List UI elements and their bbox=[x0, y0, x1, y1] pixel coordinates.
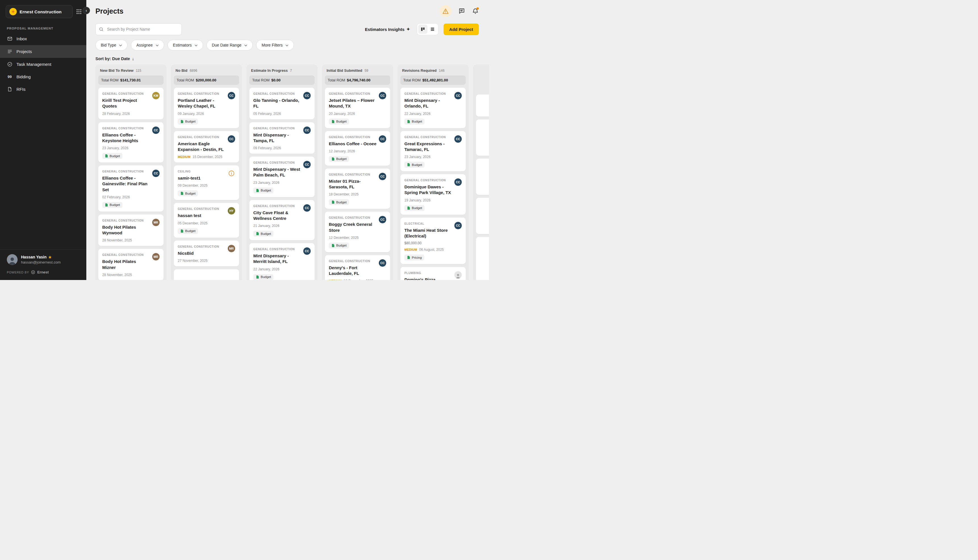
sidebar-item-rfis[interactable]: RFIs bbox=[0, 83, 86, 96]
document-icon bbox=[256, 232, 259, 235]
warning-triangle-icon bbox=[443, 8, 449, 14]
sidebar-item-projects[interactable]: Projects bbox=[0, 45, 86, 58]
project-card[interactable]: GENERAL CONSTRUCTIONBody Hot Pilates Wyn… bbox=[98, 215, 164, 246]
project-card[interactable]: PLUMBINGDomino's Pizza (buildout) - bbox=[400, 267, 466, 280]
tag-budget: Budget bbox=[102, 153, 122, 159]
tag-budget: Budget bbox=[253, 231, 274, 237]
assignee-avatar: MR bbox=[152, 253, 160, 260]
project-card[interactable]: GENERAL CONSTRUCTIONGlo Tanning - Orland… bbox=[249, 88, 314, 120]
card-meta: 19 January, 2026 bbox=[405, 198, 452, 202]
notifications-bell-icon[interactable] bbox=[472, 8, 479, 15]
project-card[interactable]: GENERAL CONSTRUCTIONAmerican Eagle Expan… bbox=[174, 131, 239, 163]
filter-estimators[interactable]: Estimators bbox=[167, 40, 203, 50]
alerts-button[interactable] bbox=[440, 5, 451, 17]
sidebar-item-task-management[interactable]: Task Management bbox=[0, 58, 86, 71]
tag-label: Budget bbox=[185, 229, 196, 233]
card-meta: 23 January, 2026 bbox=[405, 155, 452, 159]
project-card[interactable]: GENERAL CONSTRUCTIONPortland Leather - W… bbox=[174, 88, 239, 128]
card-main: GENERAL CONSTRUCTIONJetset Pilates – Flo… bbox=[329, 92, 376, 125]
project-card[interactable] bbox=[476, 198, 489, 234]
card-trade-label: GENERAL CONSTRUCTION bbox=[178, 244, 226, 248]
total-rom: Total ROM$0.00 bbox=[249, 75, 314, 85]
card-title: Mister 01 Pizza- Sarasota, FL bbox=[329, 178, 376, 190]
project-card[interactable]: GENERAL CONSTRUCTIONNicsBid27 November, … bbox=[174, 240, 239, 267]
tag-label: Budget bbox=[336, 200, 346, 204]
project-card[interactable]: GENERAL CONSTRUCTIONMint Dispensary - Or… bbox=[400, 88, 466, 128]
project-card[interactable] bbox=[476, 95, 489, 117]
user-name: Hassan Yasin bbox=[21, 255, 47, 259]
card-meta: 22 January, 2026 bbox=[253, 267, 301, 271]
project-card[interactable]: GENERAL CONSTRUCTIONKirill Test Project … bbox=[98, 88, 164, 120]
tag-budget: Budget bbox=[405, 118, 425, 125]
card-trade-label: GENERAL CONSTRUCTION bbox=[329, 259, 376, 263]
filter-label: Due Date Range bbox=[212, 43, 241, 47]
filter-due-date-range[interactable]: Due Date Range bbox=[206, 40, 253, 50]
project-card[interactable] bbox=[174, 269, 239, 280]
sort-control[interactable]: Sort by: Due Date ↓ bbox=[95, 56, 489, 61]
card-trade-label: GENERAL CONSTRUCTION bbox=[329, 92, 376, 95]
project-card[interactable]: GENERAL CONSTRUCTIONMint Dispensary - Ta… bbox=[249, 122, 314, 154]
table-view-button[interactable] bbox=[428, 25, 437, 34]
project-card[interactable]: GENERAL CONSTRUCTIONMister 01 Pizza- Sar… bbox=[325, 168, 390, 209]
filter-bid-type[interactable]: Bid Type bbox=[95, 40, 127, 50]
tag-budget: Budget bbox=[178, 190, 198, 196]
due-date: 22 January, 2026 bbox=[405, 112, 431, 116]
project-card[interactable]: GENERAL CONSTRUCTIONCity Cave Float & We… bbox=[249, 200, 314, 240]
project-card[interactable]: GENERAL CONSTRUCTIONEllianos Coffee - Ga… bbox=[98, 165, 164, 212]
project-card[interactable]: CEILINGsamir-test109 December, 2025Budge… bbox=[174, 165, 239, 200]
project-card[interactable]: GENERAL CONSTRUCTIONhassan test05 Decemb… bbox=[174, 203, 239, 237]
project-card[interactable]: GENERAL CONSTRUCTIONGreat Expressions - … bbox=[400, 131, 466, 172]
project-card[interactable]: GENERAL CONSTRUCTIONEllianos Coffee - Ke… bbox=[98, 122, 164, 163]
card-title: Portland Leather - Wesley Chapel, FL bbox=[178, 98, 226, 109]
chat-icon[interactable] bbox=[458, 8, 465, 15]
filter-more-filters[interactable]: More Filters bbox=[256, 40, 294, 50]
user-profile[interactable]: Hassan Yasin ★ hassan@joinernest.com bbox=[0, 249, 86, 268]
card-trade-label: GENERAL CONSTRUCTION bbox=[102, 92, 150, 95]
assignee-avatar: CC bbox=[379, 92, 386, 99]
priority-label: MEDIUM bbox=[405, 248, 417, 252]
cards-list bbox=[476, 95, 489, 280]
total-rom-label: Total ROM bbox=[252, 78, 269, 82]
assignee-avatar: CC bbox=[152, 127, 160, 134]
add-project-button[interactable]: Add Project bbox=[443, 23, 479, 35]
card-main: GENERAL CONSTRUCTIONAmerican Eagle Expan… bbox=[178, 135, 226, 159]
project-card[interactable]: GENERAL CONSTRUCTIONEllianos Coffee - Oc… bbox=[325, 131, 390, 166]
project-card[interactable]: ELECTRICALThe Miami Heat Store (Electric… bbox=[400, 218, 466, 264]
project-card[interactable]: GENERAL CONSTRUCTIONBody Hot Pilates Miz… bbox=[98, 249, 164, 280]
card-main: GENERAL CONSTRUCTIONMint Dispensary - We… bbox=[253, 160, 301, 193]
project-card[interactable] bbox=[476, 237, 489, 280]
assignee-avatar: CC bbox=[379, 216, 386, 223]
project-card[interactable]: GENERAL CONSTRUCTIONBoggy Creek General … bbox=[325, 212, 390, 252]
search-input[interactable] bbox=[95, 23, 182, 35]
card-main: GENERAL CONSTRUCTIONBody Hot Pilates Wyn… bbox=[102, 218, 150, 243]
card-trade-label: GENERAL CONSTRUCTION bbox=[405, 178, 452, 182]
project-card[interactable]: GENERAL CONSTRUCTIONJetset Pilates – Flo… bbox=[325, 88, 390, 128]
due-date: 27 November, 2025 bbox=[178, 259, 207, 263]
filter-assignee[interactable]: Assignee bbox=[131, 40, 164, 50]
project-card[interactable] bbox=[476, 158, 489, 195]
due-date: 23 January, 2026 bbox=[102, 146, 128, 150]
ernest-logo-icon bbox=[31, 270, 35, 274]
project-card[interactable]: GENERAL CONSTRUCTIONMint Dispensary - We… bbox=[249, 157, 314, 197]
chevron-down-icon bbox=[244, 43, 247, 47]
project-card[interactable]: GENERAL CONSTRUCTIONDominique Dawes - Sp… bbox=[400, 174, 466, 215]
sidebar-item-bidding[interactable]: 99Bidding bbox=[0, 71, 86, 83]
estimators-insights-button[interactable]: Estimators Insights ✦ bbox=[363, 27, 412, 32]
kanban-view-button[interactable] bbox=[418, 25, 427, 34]
assignee-avatar: CC bbox=[454, 135, 462, 143]
collapse-sidebar-button[interactable]: ‹ bbox=[83, 7, 90, 14]
assignee-avatar: MR bbox=[152, 219, 160, 226]
cards-list: GENERAL CONSTRUCTIONJetset Pilates – Flo… bbox=[325, 88, 390, 280]
sidebar-item-inbox[interactable]: Inbox bbox=[0, 32, 86, 45]
project-card[interactable]: GENERAL CONSTRUCTIONDenny's - Fort Laude… bbox=[325, 255, 390, 280]
project-card[interactable] bbox=[476, 120, 489, 156]
apps-grid-icon[interactable] bbox=[76, 9, 82, 15]
total-rom-label: Total ROM bbox=[101, 78, 119, 82]
project-card[interactable]: GENERAL CONSTRUCTIONMint Dispensary - Me… bbox=[249, 243, 314, 280]
column-header: Estimate In Progress7 bbox=[249, 67, 314, 75]
sidebar-nav: InboxProjectsTask Management99BiddingRFI… bbox=[0, 32, 86, 96]
card-title: Ellianos Coffee - Ocoee bbox=[329, 141, 376, 147]
arrow-down-icon: ↓ bbox=[132, 56, 134, 61]
board-column-new-bid-to-review: New Bid To Review115Total ROM$141,730.01… bbox=[95, 64, 166, 280]
card-title: Great Expressions - Tamarac, FL bbox=[405, 141, 452, 153]
